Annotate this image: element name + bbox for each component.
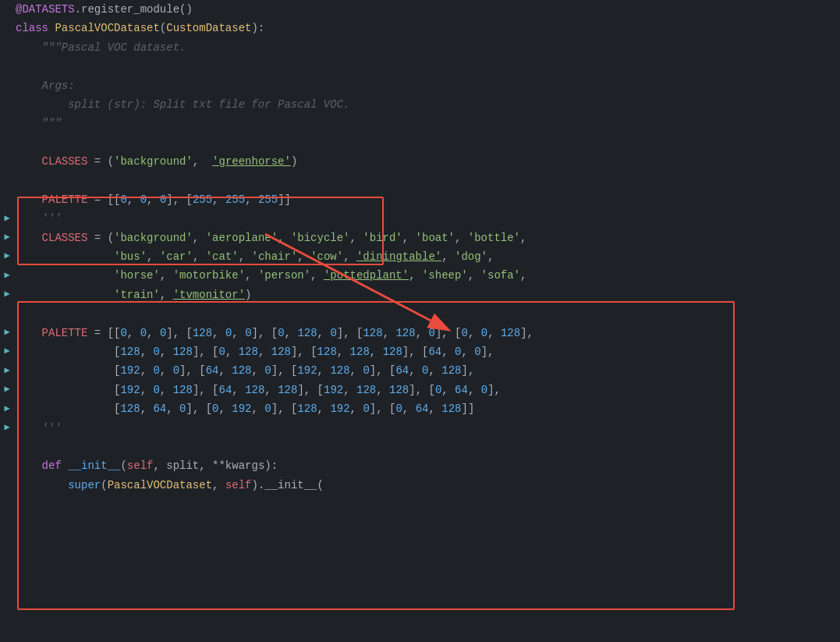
classes-identifier: CLASSES [42,155,88,168]
code-line-16: ▶ 'train', 'tvmonitor') [0,286,840,304]
code-line-8 [0,133,840,152]
self-kw: self [127,459,154,472]
str-bird: 'bird' [363,232,402,244]
code-line-26: super(PascalVOCDataset, self).__init__( [0,476,840,495]
str-train: 'train' [114,289,160,301]
str-car: 'car' [160,250,193,263]
code-line-5: Args: [0,76,840,95]
docstring-split: split (str): Split txt file for Pascal V… [16,98,349,111]
code-line-11: PALETTE = [[0, 0, 0], [255, 255, 255]] [0,190,840,209]
code-line-3: """Pascal VOC dataset. [0,38,840,57]
code-line-4 [0,57,840,76]
num-0-2: 0 [140,193,147,206]
str-cat: 'cat' [206,250,239,263]
gutter-mark-16: ▶ [2,286,12,303]
num-255-3: 255 [258,193,278,206]
palette-identifier-1: PALETTE [42,193,88,206]
code-line-23: ▶ ''' [0,419,840,438]
func-init: __init__ [68,459,120,472]
str-bottle: 'bottle' [468,232,520,244]
code-line-7: """ [0,114,840,133]
code-line-21: ▶ [192, 0, 128], [64, 128, 128], [192, 1… [0,381,840,399]
decorator-at: @DATASETS [16,3,75,16]
str-motorbike: 'motorbike' [173,269,245,282]
code-line-10 [0,172,840,190]
code-line-12: ▶ ''' [0,209,840,228]
code-line-20: ▶ [192, 0, 0], [64, 128, 0], [192, 128, … [0,361,840,380]
code-line-6: split (str): Split txt file for Pascal V… [0,95,840,114]
code-line-9: CLASSES = ('background', 'greenhorse') [0,152,840,171]
gutter-mark-19: ▶ [2,343,12,360]
code-line-24 [0,438,840,456]
gutter-mark-13: ▶ [2,229,12,247]
docstring: """Pascal VOC dataset. [16,41,186,54]
code-line-17 [0,304,840,323]
str-tvmonitor: 'tvmonitor' [173,289,245,301]
super-class-name: PascalVOCDataset [108,479,212,491]
super-self: self [225,479,252,491]
str-sofa: 'sofa' [481,269,520,282]
gutter-mark-21: ▶ [2,381,12,399]
str-bicycle: 'bicycle' [291,232,350,244]
code-line-14: ▶ 'bus', 'car', 'cat', 'chair', 'cow', '… [0,247,840,266]
code-line-18: ▶ PALETTE = [[0, 0, 0], [128, 0, 0], [0,… [0,324,840,342]
code-editor: @DATASETS.register_module() class Pascal… [0,0,840,495]
num-255-2: 255 [225,193,245,206]
kw-class: class [16,22,55,34]
str-greenhorse: 'greenhorse' [212,155,291,168]
parent-class: CustomDataset [166,22,251,34]
triple-quote-close: ''' [16,422,62,435]
str-boat: 'boat' [416,232,455,244]
code-line-15: ▶ 'horse', 'motorbike', 'person', 'potte… [0,266,840,285]
num-0-1: 0 [120,193,126,206]
classes-id-2: CLASSES [42,232,88,244]
str-dog: 'dog' [455,250,487,263]
gutter-mark-20: ▶ [2,362,12,379]
code-line-1: @DATASETS.register_module() [0,0,840,19]
kw-def: def [42,459,69,472]
num-255-1: 255 [193,193,212,206]
str-bus: 'bus' [114,250,147,263]
gutter-mark-18: ▶ [2,325,12,342]
code-line-2: class PascalVOCDataset(CustomDataset): [0,19,840,37]
str-background: 'background' [114,155,193,168]
palette-id-2: PALETTE [42,327,88,339]
docstring-args: Args: [16,80,75,92]
str-pottedplant: 'pottedplant' [324,269,409,282]
gutter-mark-14: ▶ [2,248,12,265]
str-person: 'person' [258,269,310,282]
gutter-mark-23: ▶ [2,420,12,437]
triple-quote-open: ''' [16,212,62,225]
docstring-close: """ [16,117,62,129]
gutter-mark-12: ▶ [2,210,12,227]
str-chair: 'chair' [252,250,298,263]
str-sheep: 'sheep' [422,269,468,282]
code-line-13: ▶ CLASSES = ('background', 'aeroplane', … [0,229,840,247]
class-name: PascalVOCDataset [55,22,159,34]
gutter-mark-15: ▶ [2,267,12,284]
gutter-mark-22: ▶ [2,400,12,417]
str-horse: 'horse' [114,269,160,282]
func-super: super [68,479,101,491]
code-line-19: ▶ [128, 0, 128], [0, 128, 128], [128, 12… [0,342,840,361]
str-diningtable: 'diningtable' [356,250,441,263]
str-aeroplane: 'aeroplane' [206,232,278,244]
code-line-22: ▶ [128, 64, 0], [0, 192, 0], [128, 192, … [0,399,840,418]
str-bg2: 'background' [114,232,193,244]
str-cow: 'cow' [310,250,343,263]
code-line-25: def __init__(self, split, **kwargs): [0,456,840,475]
